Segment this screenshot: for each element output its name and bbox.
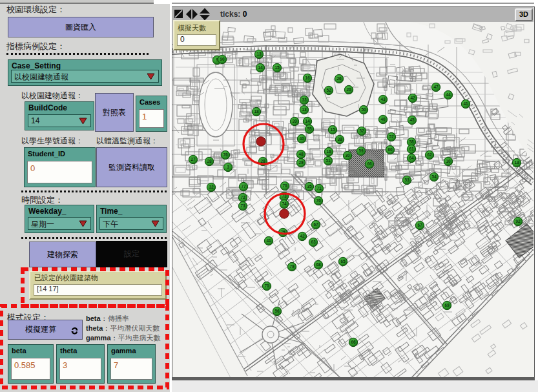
svg-text:90: 90 [220,57,225,61]
svg-text:69: 69 [444,303,450,307]
svg-text:40: 40 [380,117,386,121]
svg-text:39: 39 [292,119,297,123]
svg-text:13: 13 [256,52,262,56]
svg-text:63: 63 [311,240,316,244]
svg-text:77: 77 [241,184,246,189]
svg-text:10: 10 [446,159,451,163]
svg-text:43: 43 [380,97,386,101]
svg-text:40: 40 [299,136,304,141]
svg-text:16: 16 [305,76,310,80]
svg-text:41: 41 [266,238,271,243]
svg-text:55: 55 [307,127,312,131]
svg-text:18: 18 [254,109,259,114]
svg-text:60: 60 [388,147,393,152]
svg-text:30: 30 [345,153,350,158]
svg-text:14: 14 [258,65,263,70]
svg-text:64: 64 [409,156,414,160]
svg-text:56: 56 [274,309,280,313]
svg-text:72: 72 [240,195,245,200]
svg-text:15: 15 [330,127,335,132]
svg-text:41: 41 [463,101,468,106]
svg-text:45: 45 [409,118,415,122]
svg-text:13: 13 [514,160,519,165]
svg-text:50: 50 [361,107,366,112]
svg-text:13: 13 [302,107,307,112]
svg-text:76: 76 [316,198,321,203]
svg-text:74: 74 [282,201,287,206]
svg-text:51: 51 [326,158,331,163]
svg-text:54: 54 [431,174,437,179]
svg-text:27: 27 [191,157,196,161]
svg-text:33: 33 [302,98,307,102]
svg-text:20: 20 [346,87,351,92]
svg-text:67: 67 [417,223,422,227]
svg-text:66: 66 [351,340,356,344]
svg-text:57: 57 [389,134,394,139]
svg-text:70: 70 [264,284,269,288]
svg-text:28: 28 [207,159,212,163]
svg-text:73: 73 [240,203,245,208]
svg-text:61: 61 [409,147,414,151]
svg-text:65: 65 [340,259,346,263]
svg-text:68: 68 [316,262,321,267]
svg-text:79: 79 [289,264,295,269]
svg-text:92: 92 [515,219,521,223]
svg-text:76: 76 [223,152,228,157]
svg-text:52: 52 [326,88,331,92]
svg-text:32: 32 [209,185,214,189]
svg-text:70: 70 [282,183,287,188]
svg-text:29: 29 [298,160,304,165]
svg-text:66: 66 [367,161,372,166]
svg-text:3: 3 [227,165,229,169]
svg-text:26: 26 [336,76,342,81]
svg-text:67: 67 [313,222,318,227]
svg-text:15: 15 [274,65,280,70]
svg-text:16: 16 [326,149,331,154]
svg-text:58: 58 [409,139,414,144]
svg-text:47: 47 [433,85,439,89]
svg-text:52: 52 [359,129,364,133]
svg-text:48: 48 [298,152,304,156]
svg-text:38: 38 [337,137,342,141]
svg-text:42: 42 [300,234,305,238]
svg-text:14: 14 [305,119,310,123]
svg-text:71: 71 [316,186,322,191]
svg-text:59: 59 [358,149,364,153]
svg-text:42: 42 [410,96,415,100]
svg-text:62: 62 [427,152,432,157]
svg-text:44: 44 [446,92,451,97]
svg-text:35: 35 [307,184,312,189]
svg-text:53: 53 [404,178,409,182]
